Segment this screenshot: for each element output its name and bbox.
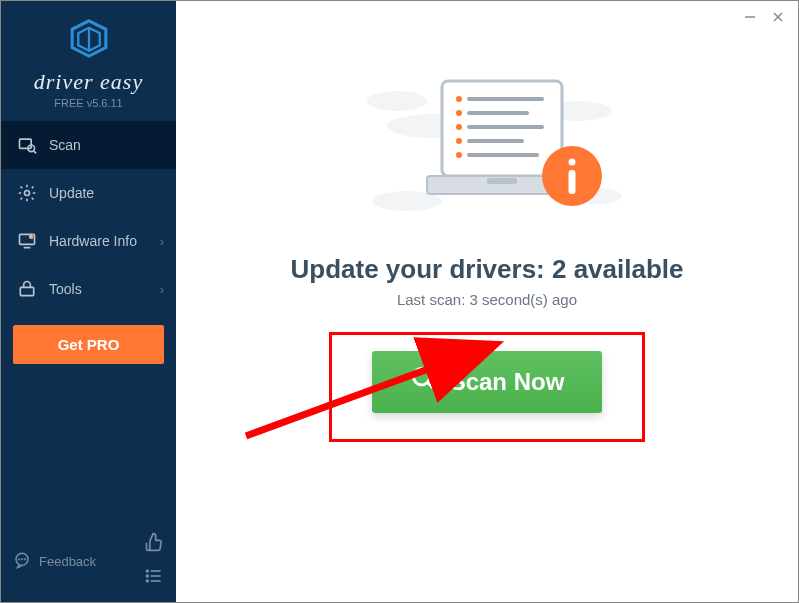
gear-icon — [17, 183, 37, 203]
svg-rect-6 — [20, 139, 32, 148]
svg-point-46 — [413, 369, 429, 385]
window-controls — [742, 9, 786, 25]
sidebar-item-hardware-info[interactable]: 1 Hardware Info › — [1, 217, 176, 265]
svg-point-33 — [456, 96, 462, 102]
chat-icon — [13, 551, 31, 572]
get-pro-button[interactable]: Get PRO — [13, 325, 164, 364]
monitor-icon: 1 — [17, 231, 37, 251]
svg-point-44 — [569, 159, 576, 166]
sidebar-item-scan[interactable]: Scan — [1, 121, 176, 169]
sidebar-footer: Feedback — [1, 520, 176, 602]
scan-button-label: Scan Now — [450, 368, 565, 396]
svg-point-17 — [22, 558, 23, 559]
svg-point-19 — [147, 570, 149, 572]
sidebar-item-update[interactable]: Update — [1, 169, 176, 217]
main-content: Update your drivers: 2 available Last sc… — [176, 1, 798, 602]
magnifier-icon — [410, 365, 438, 399]
sidebar-item-label: Scan — [49, 137, 81, 153]
svg-line-47 — [428, 383, 434, 389]
svg-point-16 — [19, 558, 20, 559]
get-pro-label: Get PRO — [58, 336, 120, 353]
svg-point-25 — [367, 91, 427, 111]
last-scan-text: Last scan: 3 second(s) ago — [397, 291, 577, 308]
sidebar-item-label: Update — [49, 185, 94, 201]
svg-rect-32 — [487, 178, 517, 184]
tools-icon — [17, 279, 37, 299]
headline: Update your drivers: 2 available — [290, 254, 683, 285]
feedback-button[interactable]: Feedback — [13, 551, 96, 572]
svg-point-9 — [25, 191, 30, 196]
app-window: driver easy FREE v5.6.11 Scan Update — [0, 0, 799, 603]
sidebar-item-label: Hardware Info — [49, 233, 137, 249]
chevron-right-icon: › — [160, 234, 164, 249]
feedback-label: Feedback — [39, 554, 96, 569]
svg-point-37 — [456, 124, 462, 130]
svg-point-21 — [147, 575, 149, 577]
footer-icons — [144, 532, 164, 590]
svg-point-35 — [456, 110, 462, 116]
svg-line-8 — [34, 151, 37, 154]
sidebar: driver easy FREE v5.6.11 Scan Update — [1, 1, 176, 602]
logo-section: driver easy FREE v5.6.11 — [1, 1, 176, 121]
thumbs-up-icon[interactable] — [144, 532, 164, 556]
scan-now-button[interactable]: Scan Now — [372, 351, 602, 413]
sidebar-item-tools[interactable]: Tools › — [1, 265, 176, 313]
svg-rect-14 — [20, 287, 33, 295]
svg-point-23 — [147, 580, 149, 582]
svg-point-18 — [25, 558, 26, 559]
scan-highlight-box: Scan Now — [329, 332, 645, 442]
sidebar-item-label: Tools — [49, 281, 82, 297]
svg-point-39 — [456, 138, 462, 144]
chevron-right-icon: › — [160, 282, 164, 297]
brand-logo-icon — [66, 17, 112, 63]
close-button[interactable] — [770, 9, 786, 25]
svg-point-41 — [456, 152, 462, 158]
laptop-illustration — [347, 71, 627, 236]
brand-name: driver easy — [1, 69, 176, 95]
svg-rect-45 — [569, 170, 576, 194]
scan-icon — [17, 135, 37, 155]
menu-icon[interactable] — [144, 566, 164, 590]
version-label: FREE v5.6.11 — [1, 97, 176, 109]
minimize-button[interactable] — [742, 9, 758, 25]
